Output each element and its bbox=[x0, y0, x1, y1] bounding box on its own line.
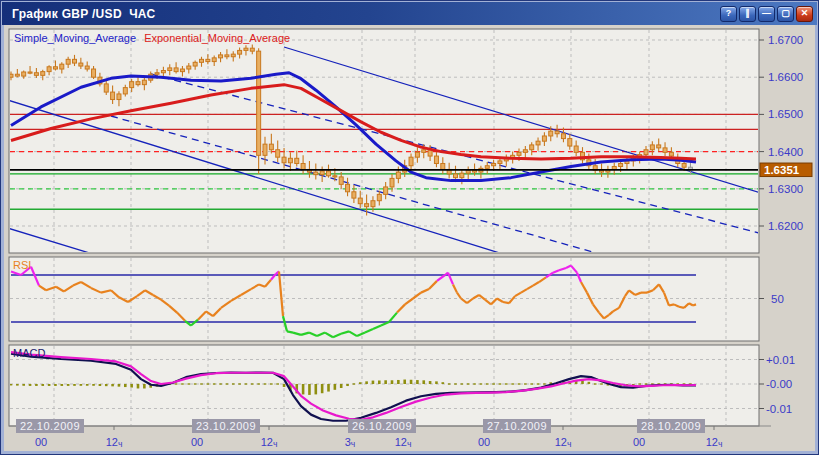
candle-body bbox=[390, 178, 394, 187]
candle-body bbox=[85, 66, 89, 69]
candle-body bbox=[301, 164, 305, 170]
candle-body bbox=[161, 71, 165, 73]
date-label: 28.10.2009 bbox=[641, 420, 701, 432]
time-axis-label: 12ч bbox=[706, 436, 723, 449]
price-axis-label: 1.6200 bbox=[768, 220, 803, 232]
candle-body bbox=[644, 150, 648, 155]
candle-body bbox=[466, 170, 470, 173]
date-label: 27.10.2009 bbox=[487, 420, 547, 432]
title-bar[interactable]: График GBP /USD ЧАС ? ∥ — ▢ ✕ bbox=[2, 2, 817, 25]
date-label: 23.10.2009 bbox=[196, 420, 256, 432]
macd-label: MACD bbox=[13, 347, 45, 359]
candle-body bbox=[409, 157, 413, 166]
macd-axis-label: +0.01 bbox=[766, 354, 795, 366]
candle-body bbox=[187, 66, 191, 69]
candle-body bbox=[561, 134, 565, 139]
candle-body bbox=[396, 172, 400, 178]
main-chart-panel[interactable] bbox=[9, 29, 759, 253]
price-axis-label: 1.6500 bbox=[768, 108, 803, 120]
candle-body bbox=[47, 67, 51, 72]
candle-body bbox=[536, 141, 540, 145]
pause-button[interactable]: ∥ bbox=[739, 6, 756, 22]
help-button[interactable]: ? bbox=[720, 6, 737, 22]
candle-body bbox=[231, 54, 235, 57]
candle-body bbox=[358, 198, 362, 204]
candle-body bbox=[619, 164, 623, 167]
candle-body bbox=[320, 171, 324, 175]
macd-axis-label: -0.00 bbox=[766, 378, 792, 390]
candle-body bbox=[415, 152, 419, 157]
candle-body bbox=[657, 145, 661, 148]
candle-body bbox=[168, 68, 172, 71]
candle-body bbox=[123, 88, 127, 94]
candle-body bbox=[130, 82, 134, 88]
candle-body bbox=[555, 131, 559, 134]
candle-body bbox=[263, 144, 267, 155]
candle-body bbox=[238, 50, 242, 54]
candle-body bbox=[339, 177, 343, 184]
maximize-button[interactable]: ▢ bbox=[777, 6, 794, 22]
price-axis-label: 1.6600 bbox=[768, 71, 803, 83]
candle-body bbox=[568, 139, 572, 146]
candle-body bbox=[663, 148, 667, 152]
candle-body bbox=[276, 150, 280, 157]
candle-body bbox=[155, 73, 159, 74]
chart-window: График GBP /USD ЧАС ? ∥ — ▢ ✕ Simple_Mov… bbox=[0, 0, 819, 455]
candle-body bbox=[66, 59, 70, 64]
candle-body bbox=[41, 72, 45, 76]
candle-body bbox=[460, 173, 464, 177]
candle-body bbox=[650, 145, 654, 150]
candle-body bbox=[492, 164, 496, 166]
date-label: 26.10.2009 bbox=[352, 420, 412, 432]
window-controls: ? ∥ — ▢ ✕ bbox=[720, 6, 813, 22]
chart-canvas[interactable]: 1.67001.66001.65001.64001.63001.62001.63… bbox=[1, 1, 819, 455]
minimize-button[interactable]: — bbox=[758, 6, 775, 22]
candle-body bbox=[79, 63, 83, 66]
price-axis: 1.67001.66001.65001.64001.63001.62001.63… bbox=[759, 34, 812, 415]
macd-axis-label: -0.01 bbox=[766, 403, 792, 415]
candle-body bbox=[60, 64, 64, 69]
candle-body bbox=[193, 62, 197, 66]
candle-body bbox=[384, 187, 388, 194]
candle-body bbox=[111, 92, 115, 99]
time-axis-label: 12ч bbox=[261, 436, 278, 449]
candle-body bbox=[250, 48, 254, 51]
candle-body bbox=[225, 55, 229, 57]
candle-body bbox=[104, 84, 108, 92]
candle-body bbox=[117, 94, 121, 100]
rsi-segment bbox=[287, 331, 293, 332]
candle-body bbox=[28, 72, 32, 73]
candle-body bbox=[454, 174, 458, 178]
time-axis-label: 3ч bbox=[345, 436, 356, 449]
candle-body bbox=[282, 157, 286, 163]
candle-body bbox=[365, 204, 369, 207]
candle-body bbox=[612, 166, 616, 169]
candle-body bbox=[669, 152, 673, 156]
candle-body bbox=[523, 150, 527, 153]
chart-legend: Simple_Moving_Average Exponential_Moving… bbox=[14, 32, 290, 44]
time-axis-label: 00 bbox=[35, 436, 47, 448]
candle-body bbox=[371, 201, 375, 207]
candle-body bbox=[441, 164, 445, 170]
rsi-segment bbox=[669, 304, 674, 305]
candle-body bbox=[377, 194, 381, 200]
time-axis-label: 12ч bbox=[555, 436, 572, 449]
candle-body bbox=[200, 59, 204, 62]
candle-body bbox=[73, 59, 77, 63]
time-axis-label: 00 bbox=[191, 436, 203, 448]
candle-body bbox=[682, 164, 686, 168]
rsi-segment bbox=[679, 307, 684, 308]
candle-body bbox=[180, 69, 184, 72]
candle-body bbox=[314, 172, 318, 175]
candle-body bbox=[327, 171, 331, 176]
price-axis-label: 1.6700 bbox=[768, 34, 803, 46]
candle-body bbox=[346, 184, 350, 191]
close-button[interactable]: ✕ bbox=[796, 6, 813, 22]
candle-body bbox=[142, 80, 146, 84]
time-axis-label: 12ч bbox=[106, 436, 123, 449]
date-label: 22.10.2009 bbox=[20, 420, 80, 432]
legend-sma-label: Simple_Moving_Average bbox=[14, 32, 136, 44]
candle-body bbox=[269, 144, 273, 150]
current-price-value: 1.6351 bbox=[764, 164, 800, 176]
candle-body bbox=[333, 176, 337, 177]
